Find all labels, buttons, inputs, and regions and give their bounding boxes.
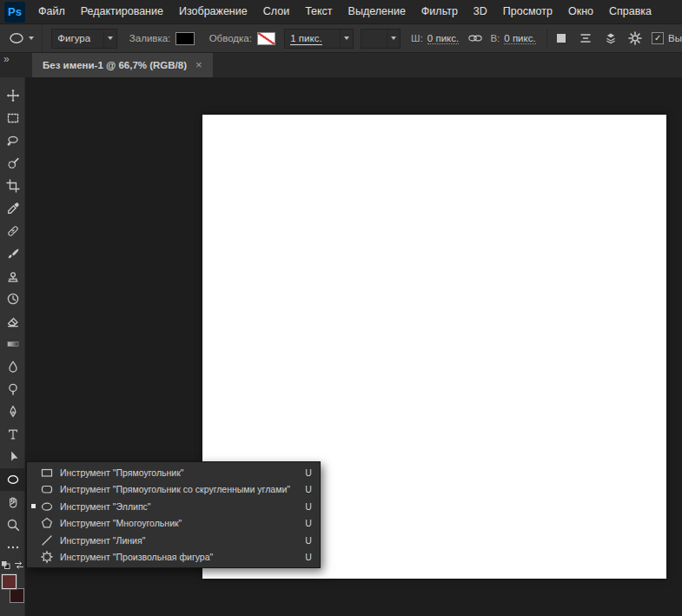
ellipse-tool[interactable] <box>0 468 25 491</box>
height-label: В: <box>490 33 500 43</box>
gear-icon[interactable] <box>625 29 645 48</box>
tool-options-bar: Фигура Заливка: Обводка: 1 пикс. Ш: 0 пи… <box>0 24 682 53</box>
path-operations-icon[interactable] <box>552 29 572 48</box>
flyout-item-shortcut: U <box>297 552 320 562</box>
custom-shape-icon <box>40 550 60 564</box>
align-edges-label: Вы <box>668 33 682 43</box>
hand-tool[interactable] <box>0 491 25 513</box>
more-tools[interactable] <box>0 536 25 559</box>
close-icon[interactable]: × <box>195 58 202 71</box>
crop-tool[interactable] <box>0 175 25 197</box>
stroke-label: Обводка: <box>209 33 252 43</box>
tool-preset-picker[interactable] <box>0 24 43 52</box>
menu-select[interactable]: Выделение <box>341 0 414 23</box>
rounded-rectangle-icon <box>40 482 60 496</box>
menu-3d[interactable]: 3D <box>466 0 495 23</box>
background-color-swatch[interactable] <box>10 588 24 603</box>
menu-view[interactable]: Просмотр <box>495 0 560 23</box>
menu-file[interactable]: Файл <box>30 0 73 23</box>
path-arrange-icon[interactable] <box>600 29 620 48</box>
type-tool[interactable] <box>0 423 25 446</box>
zoom-tool[interactable] <box>0 513 25 536</box>
menu-bar: Ps Файл Редактирование Изображение Слои … <box>0 0 682 24</box>
stroke-width-value[interactable]: 1 пикс. <box>290 33 321 45</box>
gradient-tool[interactable] <box>0 333 25 355</box>
chevron-down-icon <box>387 30 400 48</box>
current-tool-marker <box>31 555 36 560</box>
clone-stamp-tool[interactable] <box>0 265 25 288</box>
color-swatches <box>2 574 25 604</box>
history-brush-tool[interactable] <box>0 288 25 310</box>
rect-marquee-tool[interactable] <box>0 107 25 129</box>
polygon-icon <box>40 516 60 530</box>
current-tool-marker <box>31 487 36 492</box>
path-selection-tool[interactable] <box>0 446 25 468</box>
flyout-item-shortcut: U <box>297 535 320 546</box>
align-edges-checkbox[interactable]: ✓ <box>652 32 664 44</box>
healing-brush-tool[interactable] <box>0 220 25 242</box>
flyout-item-polygon[interactable]: Инструмент "Многоугольник" U <box>27 515 320 533</box>
fill-swatch[interactable] <box>175 32 194 45</box>
flyout-item-shortcut: U <box>297 501 320 512</box>
flyout-item-label: Инструмент "Прямоугольник" <box>60 467 297 478</box>
current-tool-marker <box>31 504 36 508</box>
color-mini-controls <box>0 559 25 571</box>
toolbar-collapse-icon[interactable]: » <box>3 53 10 65</box>
menu-filter[interactable]: Фильтр <box>414 0 466 23</box>
flyout-item-label: Инструмент "Произвольная фигура" <box>60 552 297 562</box>
line-icon <box>40 533 60 547</box>
menu-edit[interactable]: Редактирование <box>73 0 171 23</box>
move-tool[interactable] <box>0 84 25 107</box>
quick-selection-tool[interactable] <box>0 152 25 175</box>
default-colors-icon[interactable] <box>1 560 11 570</box>
flyout-item-label: Инструмент "Эллипс" <box>60 501 297 512</box>
link-dimensions-icon[interactable] <box>465 29 485 48</box>
height-value[interactable]: 0 пикс. <box>504 33 535 44</box>
current-tool-marker <box>31 521 36 526</box>
dodge-tool[interactable] <box>0 378 25 401</box>
flyout-item-shortcut: U <box>297 518 320 528</box>
flyout-item-ellipse[interactable]: Инструмент "Эллипс" U <box>27 498 320 515</box>
flyout-item-rectangle[interactable]: Инструмент "Прямоугольник" U <box>27 464 320 481</box>
shape-tools-flyout: Инструмент "Прямоугольник" U Инструмент … <box>26 461 321 568</box>
flyout-item-custom-shape[interactable]: Инструмент "Произвольная фигура" U <box>27 549 320 566</box>
menu-help[interactable]: Справка <box>601 0 659 23</box>
tool-mode-value: Фигура <box>52 33 103 43</box>
chevron-down-icon <box>340 30 353 48</box>
current-tool-marker <box>31 538 36 542</box>
eraser-tool[interactable] <box>0 310 25 333</box>
current-tool-marker <box>31 470 36 474</box>
menu-type[interactable]: Текст <box>297 0 340 23</box>
width-value[interactable]: 0 пикс. <box>427 33 459 44</box>
flyout-item-shortcut: U <box>297 484 320 494</box>
document-tab-title: Без имени-1 @ 66,7% (RGB/8) <box>43 60 187 70</box>
tool-mode-select[interactable]: Фигура <box>51 29 117 49</box>
width-label: Ш: <box>411 33 423 43</box>
chevron-down-icon <box>103 30 116 48</box>
path-align-icon[interactable] <box>576 29 596 48</box>
menu-image[interactable]: Изображение <box>171 0 255 23</box>
document-tab[interactable]: Без имени-1 @ 66,7% (RGB/8) × <box>32 52 213 77</box>
menu-layers[interactable]: Слои <box>255 0 297 23</box>
menu-window[interactable]: Окно <box>560 0 601 23</box>
brush-tool[interactable] <box>0 242 25 265</box>
ellipse-preset-icon <box>9 32 24 44</box>
chevron-down-icon <box>29 36 34 40</box>
lasso-tool[interactable] <box>0 129 25 152</box>
stroke-swatch[interactable] <box>257 32 275 45</box>
flyout-item-line[interactable]: Инструмент "Линия" U <box>27 532 320 549</box>
pen-tool[interactable] <box>0 401 25 423</box>
flyout-item-rounded-rectangle[interactable]: Инструмент "Прямоугольник со скругленным… <box>27 481 320 499</box>
flyout-item-shortcut: U <box>297 467 320 478</box>
stroke-width-field[interactable]: 1 пикс. <box>284 29 353 49</box>
separator <box>546 30 547 47</box>
rectangle-icon <box>40 466 60 480</box>
swap-colors-icon[interactable] <box>14 560 24 570</box>
blur-tool[interactable] <box>0 355 25 378</box>
eyedropper-tool[interactable] <box>0 197 25 220</box>
foreground-color-swatch[interactable] <box>2 574 17 589</box>
flyout-item-label: Инструмент "Многоугольник" <box>60 518 297 528</box>
photoshop-logo: Ps <box>4 2 25 23</box>
flyout-item-label: Инструмент "Линия" <box>60 535 297 546</box>
stroke-style-select[interactable] <box>361 29 401 49</box>
